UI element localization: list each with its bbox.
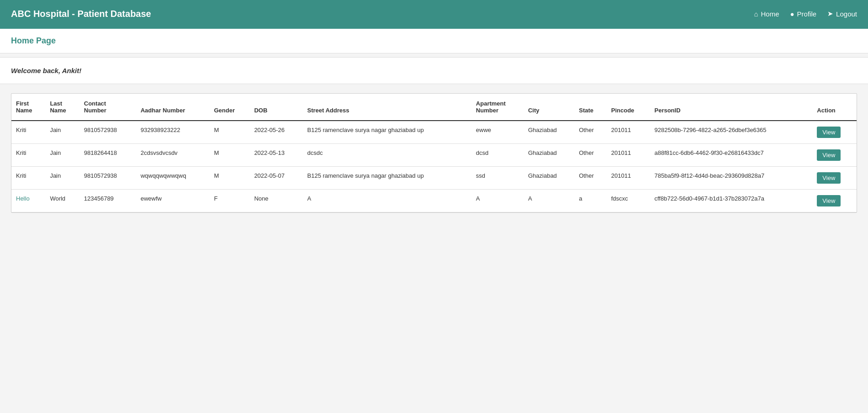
- cell-pincode: 201011: [607, 167, 650, 190]
- cell-action: View: [812, 167, 857, 190]
- view-button[interactable]: View: [817, 127, 841, 138]
- cell-apartment-number: ssd: [471, 167, 524, 190]
- cell-street-address: A: [303, 190, 471, 212]
- table-row: KritiJain98182644182cdsvsdvcsdvM2022-05-…: [11, 144, 857, 167]
- nav-profile-link[interactable]: ● Profile: [790, 10, 817, 18]
- cell-contact-number: 9810572938: [79, 121, 136, 144]
- cell-firstname: Kriti: [11, 144, 45, 167]
- cell-street-address: B125 ramenclave surya nagar ghaziabad up: [303, 121, 471, 144]
- col-header-action: Action: [812, 94, 857, 121]
- page-header: Home Page: [0, 29, 868, 53]
- cell-aadhar-number: 2cdsvsdvcsdv: [136, 144, 210, 167]
- cell-dob: None: [249, 190, 302, 212]
- navbar-brand: ABC Hospital - Patient Database: [11, 9, 151, 19]
- col-header-gender: Gender: [209, 94, 249, 121]
- col-header-aadhar: Aadhar Number: [136, 94, 210, 121]
- cell-lastname: Jain: [45, 121, 79, 144]
- cell-action: View: [812, 144, 857, 167]
- cell-person-id: 785ba5f9-8f12-4d4d-beac-293609d828a7: [650, 167, 812, 190]
- cell-aadhar-number: 932938923222: [136, 121, 210, 144]
- col-header-lastname: LastName: [45, 94, 79, 121]
- navbar: ABC Hospital - Patient Database ⌂ Home ●…: [0, 0, 868, 27]
- cell-city: Ghaziabad: [524, 121, 574, 144]
- col-header-state: State: [574, 94, 607, 121]
- cell-contact-number: 9818264418: [79, 144, 136, 167]
- cell-person-id: a88f81cc-6db6-4462-9f30-e26816433dc7: [650, 144, 812, 167]
- cell-apartment-number: dcsd: [471, 144, 524, 167]
- cell-dob: 2022-05-07: [249, 167, 302, 190]
- welcome-section: Welcome back, Ankit!: [0, 57, 868, 84]
- cell-person-id: 9282508b-7296-4822-a265-26dbef3e6365: [650, 121, 812, 144]
- nav-logout-link[interactable]: ➤ Logout: [827, 10, 857, 18]
- col-header-dob: DOB: [249, 94, 302, 121]
- col-header-pincode: Pincode: [607, 94, 650, 121]
- patient-table: FirstName LastName ContactNumber Aadhar …: [11, 94, 857, 212]
- view-button[interactable]: View: [817, 149, 841, 161]
- cell-aadhar-number: ewewfw: [136, 190, 210, 212]
- cell-dob: 2022-05-26: [249, 121, 302, 144]
- cell-dob: 2022-05-13: [249, 144, 302, 167]
- cell-action: View: [812, 190, 857, 212]
- col-header-personid: PersonID: [650, 94, 812, 121]
- cell-apartment-number: A: [471, 190, 524, 212]
- table-row: KritiJain9810572938wqwqqwqwwqwqM2022-05-…: [11, 167, 857, 190]
- cell-pincode: fdscxc: [607, 190, 650, 212]
- cell-state: a: [574, 190, 607, 212]
- cell-gender: M: [209, 167, 249, 190]
- nav-home-label: Home: [761, 10, 779, 18]
- table-header-row: FirstName LastName ContactNumber Aadhar …: [11, 94, 857, 121]
- col-header-city: City: [524, 94, 574, 121]
- cell-street-address: dcsdc: [303, 144, 471, 167]
- table-body: KritiJain9810572938932938923222M2022-05-…: [11, 121, 857, 212]
- cell-person-id: cff8b722-56d0-4967-b1d1-37b283072a7a: [650, 190, 812, 212]
- cell-pincode: 201011: [607, 121, 650, 144]
- col-header-apartment: ApartmentNumber: [471, 94, 524, 121]
- cell-gender: F: [209, 190, 249, 212]
- col-header-firstname: FirstName: [11, 94, 45, 121]
- nav-profile-label: Profile: [797, 10, 817, 18]
- cell-contact-number: 9810572938: [79, 167, 136, 190]
- cell-gender: M: [209, 144, 249, 167]
- patient-table-section: FirstName LastName ContactNumber Aadhar …: [11, 93, 857, 213]
- cell-gender: M: [209, 121, 249, 144]
- cell-firstname: Hello: [11, 190, 45, 212]
- table-row: KritiJain9810572938932938923222M2022-05-…: [11, 121, 857, 144]
- cell-street-address: B125 ramenclave surya nagar ghaziabad up: [303, 167, 471, 190]
- cell-lastname: World: [45, 190, 79, 212]
- cell-action: View: [812, 121, 857, 144]
- nav-home-link[interactable]: ⌂ Home: [754, 10, 779, 18]
- view-button[interactable]: View: [817, 172, 841, 184]
- cell-city: A: [524, 190, 574, 212]
- cell-aadhar-number: wqwqqwqwwqwq: [136, 167, 210, 190]
- cell-pincode: 201011: [607, 144, 650, 167]
- col-header-street: Street Address: [303, 94, 471, 121]
- welcome-message: Welcome back, Ankit!: [11, 67, 857, 74]
- cell-lastname: Jain: [45, 144, 79, 167]
- cell-state: Other: [574, 167, 607, 190]
- cell-lastname: Jain: [45, 167, 79, 190]
- cell-firstname: Kriti: [11, 121, 45, 144]
- home-icon: ⌂: [754, 10, 758, 18]
- cell-contact-number: 123456789: [79, 190, 136, 212]
- cell-state: Other: [574, 144, 607, 167]
- cell-city: Ghaziabad: [524, 167, 574, 190]
- navbar-links: ⌂ Home ● Profile ➤ Logout: [754, 10, 857, 18]
- logout-icon: ➤: [827, 10, 833, 18]
- view-button[interactable]: View: [817, 195, 841, 206]
- cell-city: Ghaziabad: [524, 144, 574, 167]
- cell-firstname: Kriti: [11, 167, 45, 190]
- table-row: HelloWorld123456789ewewfwFNoneAAAafdscxc…: [11, 190, 857, 212]
- firstname-link[interactable]: Hello: [16, 195, 30, 202]
- col-header-contact: ContactNumber: [79, 94, 136, 121]
- cell-apartment-number: ewwe: [471, 121, 524, 144]
- cell-state: Other: [574, 121, 607, 144]
- nav-logout-label: Logout: [836, 10, 857, 18]
- page-title: Home Page: [11, 36, 857, 46]
- profile-icon: ●: [790, 10, 794, 18]
